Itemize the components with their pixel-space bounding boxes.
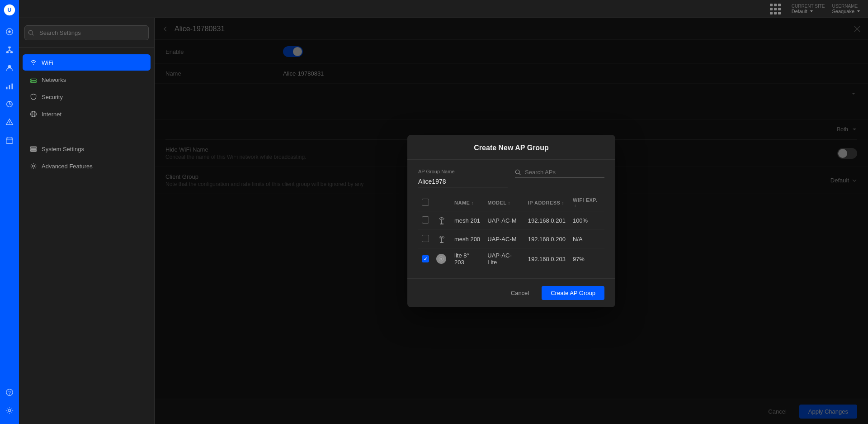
sidebar-item-wifi[interactable]: WiFi (23, 54, 151, 71)
svg-rect-12 (9, 85, 10, 89)
sidebar-advanced-features-label: Advanced Features (42, 163, 93, 170)
appbar-topology-icon[interactable] (1, 42, 18, 58)
username-value: Seaquake (832, 9, 854, 14)
svg-point-28 (31, 79, 32, 80)
svg-rect-35 (31, 150, 37, 151)
modal-overlay: Create New AP Group AP Group Name (155, 18, 868, 424)
ap-ip: 192.168.0.203 (524, 248, 569, 270)
appbar-alerts-icon[interactable] (1, 114, 18, 130)
svg-point-3 (8, 30, 10, 33)
sidebar-search-section (19, 18, 154, 48)
app-logo[interactable]: U (3, 4, 16, 16)
svg-point-39 (515, 170, 519, 174)
site-selector[interactable]: Default (792, 9, 825, 14)
svg-text:?: ? (8, 390, 11, 395)
row-checkbox[interactable] (422, 255, 429, 262)
ap-ip: 192.168.0.201 (524, 211, 569, 230)
search-input[interactable] (24, 25, 149, 40)
sidebar-section-settings: System Settings Advanced Features (19, 136, 154, 175)
ap-name: mesh 200 (451, 230, 484, 248)
table-row: lite 8° 203UAP-AC-Lite192.168.0.20397% (418, 248, 604, 270)
appbar-settings-icon[interactable] (1, 402, 18, 419)
ap-wifi-exp: 100% (569, 211, 604, 230)
svg-rect-6 (10, 52, 13, 53)
col-wifi-exp: WIFI EXP.↕ (569, 195, 604, 211)
svg-point-29 (31, 81, 32, 82)
modal-form-row: AP Group Name (418, 169, 604, 187)
table-row: mesh 201UAP-AC-M192.168.0.201100% (418, 211, 604, 230)
svg-line-8 (8, 50, 10, 52)
svg-point-24 (28, 30, 33, 34)
ap-model: UAP-AC-M (484, 230, 524, 248)
sidebar-item-security[interactable]: Security (23, 89, 151, 105)
appbar-insights-icon[interactable] (1, 78, 18, 94)
ap-name: mesh 201 (451, 211, 484, 230)
ap-wifi-exp: N/A (569, 230, 604, 248)
svg-line-9 (9, 50, 12, 52)
site-label: CURRENT SITE (792, 4, 825, 9)
svg-rect-4 (8, 47, 10, 48)
sidebar: WiFi Networks Security (19, 18, 155, 424)
svg-rect-5 (6, 52, 9, 53)
search-icon (28, 30, 34, 36)
security-icon (30, 93, 37, 100)
sidebar-security-label: Security (42, 94, 63, 100)
current-site-display: CURRENT SITE Default (792, 4, 825, 14)
row-checkbox[interactable] (422, 216, 429, 224)
modal-cancel-button[interactable]: Cancel (504, 286, 536, 300)
search-aps-icon (515, 169, 521, 176)
svg-text:U: U (8, 7, 12, 13)
internet-icon (30, 110, 37, 118)
svg-point-48 (440, 258, 442, 260)
appbar-calendar-icon[interactable] (1, 132, 18, 148)
svg-rect-34 (31, 148, 37, 149)
sidebar-networks-label: Networks (42, 76, 66, 83)
appbar-clients-icon[interactable] (1, 60, 18, 76)
svg-rect-11 (6, 87, 8, 89)
svg-point-23 (8, 409, 10, 411)
app-grid-icon[interactable] (770, 4, 781, 14)
search-aps-input[interactable] (525, 169, 604, 176)
appbar-dashboard-icon[interactable] (1, 24, 18, 40)
col-name: NAME↕ (451, 195, 484, 211)
sidebar-item-networks[interactable]: Networks (23, 71, 151, 88)
row-checkbox[interactable] (422, 235, 429, 242)
svg-rect-13 (12, 84, 13, 90)
system-settings-icon (30, 145, 37, 152)
ap-ip: 192.168.0.200 (524, 230, 569, 248)
ap-wifi-exp: 97% (569, 248, 604, 270)
sidebar-nav: WiFi Networks Security (19, 48, 154, 129)
site-name: Default (792, 9, 807, 14)
app-bar: U ? (0, 0, 19, 424)
ap-device-icon (436, 215, 447, 226)
appbar-help-icon[interactable]: ? (1, 384, 18, 400)
appbar-statistics-icon[interactable] (1, 96, 18, 112)
svg-line-40 (519, 173, 520, 175)
sidebar-item-advanced-features[interactable]: Advanced Features (23, 158, 151, 174)
col-ip: IP ADDRESS↕ (524, 195, 569, 211)
sidebar-wifi-label: WiFi (42, 59, 53, 66)
search-aps-field (515, 169, 604, 178)
ap-name: lite 8° 203 (451, 248, 484, 270)
user-selector[interactable]: Seaquake (832, 9, 861, 14)
modal-footer: Cancel Create AP Group (407, 278, 615, 307)
search-aps-group (515, 169, 604, 187)
sidebar-item-internet[interactable]: Internet (23, 106, 151, 122)
modal-header: Create New AP Group (407, 135, 615, 160)
wifi-icon (30, 59, 37, 66)
svg-point-16 (9, 124, 9, 124)
table-row: mesh 200UAP-AC-M192.168.0.200N/A (418, 230, 604, 248)
create-ap-group-button[interactable]: Create AP Group (542, 286, 604, 300)
app-header: CURRENT SITE Default USERNAME Seaquake (19, 0, 868, 18)
svg-line-25 (32, 34, 33, 35)
ap-model: UAP-AC-M (484, 211, 524, 230)
ap-group-name-label: AP Group Name (418, 169, 508, 174)
ap-device-icon (436, 233, 447, 244)
ap-group-name-group: AP Group Name (418, 169, 508, 187)
svg-rect-17 (6, 138, 13, 144)
networks-icon (30, 76, 37, 83)
ap-group-name-input[interactable] (418, 176, 508, 187)
sidebar-item-system-settings[interactable]: System Settings (23, 141, 151, 157)
create-ap-group-modal: Create New AP Group AP Group Name (407, 135, 615, 307)
select-all-checkbox[interactable] (422, 199, 429, 206)
